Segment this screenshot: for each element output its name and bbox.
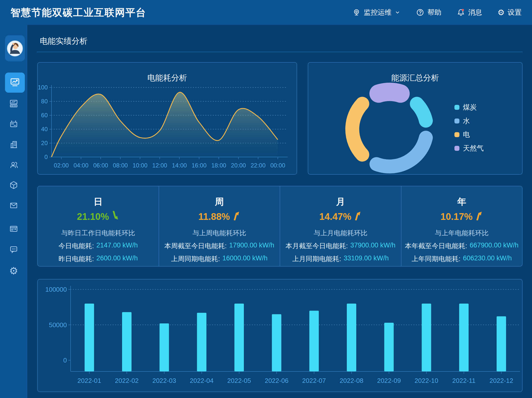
cube-icon [9, 180, 18, 191]
id-card-icon [9, 224, 18, 235]
legend-marker [454, 105, 459, 110]
sidebar-item-messages[interactable] [4, 245, 24, 255]
legend-item-electricity[interactable]: 电 [454, 130, 470, 139]
trend-arrow-icon [354, 211, 362, 223]
svg-text:02:00: 02:00 [54, 162, 69, 169]
sidebar-item-analytics[interactable] [5, 73, 25, 93]
stat-value: 37900.00 kW/h [350, 241, 396, 250]
badge-dot [462, 9, 464, 11]
svg-text:14:00: 14:00 [172, 162, 187, 169]
stat-card-week: 周 11.88% 与上周电能耗环比 本周截至今日电能耗:17900.00 kW/… [159, 186, 280, 266]
legend-item-gas[interactable]: 天然气 [454, 144, 484, 153]
sidebar-item-assets[interactable] [4, 181, 24, 191]
energy-summary-pie-card: 能源汇总分析 煤炭 水 电 天然气 [308, 62, 523, 175]
chat-icon [9, 245, 18, 255]
dashboard-screen: 智慧节能双碳工业互联网平台 监控运维 [0, 0, 532, 398]
svg-text:100000: 100000 [45, 286, 67, 293]
legend-marker [454, 119, 459, 123]
stat-desc: 与上周电能耗环比 [192, 229, 246, 238]
building-icon [9, 140, 18, 150]
page-title: 电能实绩分析 [40, 36, 88, 47]
menu-item-settings[interactable]: ⚙ 设置 [497, 8, 522, 17]
header-menu: 监控运维 帮助 [352, 8, 522, 17]
svg-text:2022-09: 2022-09 [377, 377, 401, 384]
title-divider [37, 52, 523, 52]
monthly-bar-card: 0500001000002022-012022-022022-032022-04… [37, 279, 523, 392]
sidebar-item-device[interactable] [4, 120, 24, 130]
stat-value: 667900.00 kW/h [470, 241, 519, 250]
sidebar-item-settings[interactable]: ⚙ [4, 266, 24, 276]
svg-text:22:00: 22:00 [251, 162, 266, 169]
stat-value: 2147.00 kW/h [96, 241, 138, 250]
energy-consumption-line-card: 电能耗分析 02040608010002:0004:0006:0008:0010… [37, 62, 297, 175]
stat-label: 本月截至今日电能耗: [286, 241, 348, 250]
sidebar: ⚙ [0, 25, 27, 398]
avatar[interactable] [5, 35, 25, 61]
legend-marker [454, 132, 459, 137]
sidebar-item-users[interactable] [4, 160, 24, 170]
svg-text:2022-06: 2022-06 [265, 377, 288, 384]
svg-text:2022-08: 2022-08 [340, 377, 363, 384]
monitor-ops-icon [352, 8, 361, 17]
menu-item-messages[interactable]: 消息 [457, 8, 482, 17]
svg-text:50000: 50000 [49, 321, 67, 329]
svg-text:2022-02: 2022-02 [115, 377, 138, 384]
svg-text:12:00: 12:00 [152, 162, 167, 169]
svg-text:2022-01: 2022-01 [78, 377, 101, 384]
svg-text:06:00: 06:00 [93, 162, 108, 169]
chart-board-icon [9, 99, 18, 109]
sidebar-item-mail[interactable] [4, 201, 24, 211]
stat-desc: 与上月电能耗环比 [314, 229, 367, 238]
bell-icon [457, 8, 465, 17]
trend-arrow-icon [475, 211, 483, 223]
svg-text:04:00: 04:00 [74, 162, 89, 169]
svg-text:10:00: 10:00 [133, 162, 147, 169]
stat-label: 本年截至今日电能耗: [405, 241, 467, 250]
stat-label: 上月同期电能耗: [292, 254, 341, 263]
trend-arrow-icon [111, 211, 119, 223]
stat-value: 33109.00 kW/h [344, 254, 389, 263]
stat-value: 16000.00 kW/h [222, 254, 268, 263]
stat-desc: 与上年电能耗环比 [435, 229, 488, 238]
stat-label: 本周截至今日电能耗: [164, 241, 227, 250]
sidebar-item-dashboard[interactable] [4, 99, 24, 109]
svg-text:40: 40 [41, 126, 48, 132]
legend-item-water[interactable]: 水 [454, 117, 470, 125]
svg-text:0: 0 [63, 357, 67, 364]
users-icon [9, 160, 18, 171]
svg-text:2022-04: 2022-04 [190, 377, 214, 384]
svg-text:18:00: 18:00 [211, 162, 226, 169]
bar-chart: 0500001000002022-012022-022022-032022-04… [38, 279, 522, 392]
stat-card-day: 日 21.10% 与昨日工作日电能耗环比 今日电能耗:2147.00 kW/h … [38, 186, 159, 266]
stat-percent: 11.88% [198, 211, 230, 222]
stat-label: 上周同期电能耗: [171, 254, 220, 263]
svg-text:20: 20 [41, 140, 48, 146]
sidebar-item-billing[interactable] [4, 224, 24, 234]
svg-text:16:00: 16:00 [192, 162, 207, 169]
gear-icon: ⚙ [9, 266, 18, 276]
stat-percent: 10.17% [441, 211, 473, 222]
svg-text:2022-07: 2022-07 [302, 377, 326, 384]
stat-label: 今日电能耗: [58, 241, 94, 250]
stat-desc: 与昨日工作日电能耗环比 [61, 229, 135, 238]
svg-text:0: 0 [44, 154, 48, 160]
svg-text:2022-12: 2022-12 [489, 377, 513, 384]
stat-label: 上年同期电能耗: [412, 254, 461, 263]
menu-item-monitor-ops[interactable]: 监控运维 [352, 8, 400, 17]
stat-card-year: 年 10.17% 与上年电能耗环比 本年截至今日电能耗:667900.00 kW… [401, 186, 522, 266]
svg-text:2022-11: 2022-11 [452, 377, 476, 384]
menu-item-help[interactable]: 帮助 [416, 8, 441, 17]
sidebar-item-enterprise[interactable] [4, 140, 24, 150]
svg-text:60: 60 [41, 112, 48, 119]
stat-value: 17900.00 kW/h [229, 241, 274, 250]
device-icon [9, 119, 18, 130]
donut-chart [308, 63, 522, 174]
svg-text:100: 100 [38, 84, 48, 91]
line-chart: 02040608010002:0004:0006:0008:0010:0012:… [38, 63, 297, 174]
gear-icon: ⚙ [497, 8, 505, 16]
legend-item-coal[interactable]: 煤炭 [454, 103, 477, 112]
help-icon [416, 8, 424, 17]
stat-percent: 14.47% [319, 211, 351, 222]
stat-value: 606230.00 kW/h [463, 254, 512, 263]
trend-arrow-icon [232, 211, 240, 223]
